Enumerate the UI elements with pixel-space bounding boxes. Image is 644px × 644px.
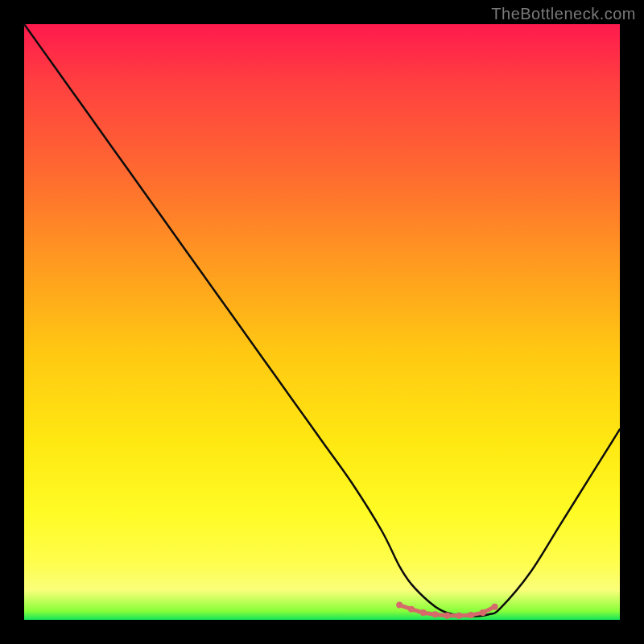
bottleneck-curve [24,24,620,617]
valley-dot [444,613,450,619]
chart-canvas: TheBottleneck.com [0,0,644,644]
valley-dot [396,602,402,609]
valley-dot [480,609,486,616]
valley-dot [492,604,498,610]
valley-dot [408,606,415,613]
valley-dot [432,611,439,617]
valley-dot [420,609,427,616]
curve-layer [24,24,620,620]
valley-dash [485,608,493,612]
valley-dot [468,612,474,618]
watermark-text: TheBottleneck.com [491,5,636,23]
valley-dot [456,613,462,619]
